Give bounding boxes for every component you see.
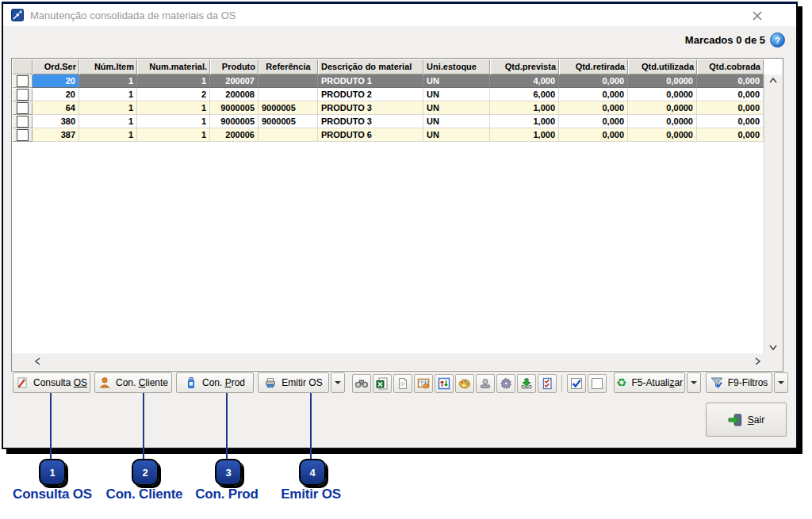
checkbox-icon[interactable]	[17, 89, 29, 101]
table-cell[interactable]: 200006	[210, 128, 259, 142]
table-cell[interactable]: UN	[423, 88, 490, 101]
table-row[interactable]: 641190000059000005PRODUTO 3UN1,0000,0000…	[12, 101, 764, 115]
table-cell[interactable]: PRODUTO 1	[318, 74, 423, 88]
grid-header-Num.material.[interactable]: Num.material.	[137, 59, 210, 74]
table-cell[interactable]: PRODUTO 2	[318, 88, 423, 101]
table-cell[interactable]: 20	[33, 88, 79, 101]
uncheck-all-icon[interactable]	[588, 374, 607, 393]
table-cell[interactable]: 6,000	[490, 88, 559, 101]
f5-dropdown[interactable]	[687, 372, 701, 393]
table-cell[interactable]: 0,000	[559, 115, 628, 128]
checkbox-icon[interactable]	[17, 129, 29, 141]
grid-header-Referência[interactable]: Referência	[259, 59, 318, 74]
table-cell[interactable]: 0,0000	[628, 74, 697, 88]
table-cell[interactable]: 1	[137, 101, 210, 115]
table-cell[interactable]: 1	[79, 74, 137, 88]
row-select-checkbox[interactable]	[12, 101, 33, 115]
table-cell[interactable]: 1	[137, 128, 210, 142]
row-select-checkbox[interactable]	[12, 115, 33, 128]
grid-header-Uni.estoque[interactable]: Uni.estoque	[423, 59, 490, 74]
table-cell[interactable]: 0,000	[559, 74, 628, 88]
import-icon[interactable]	[517, 374, 536, 393]
table-cell[interactable]: 9000005	[210, 101, 259, 115]
grid-header-Núm.Item[interactable]: Núm.Item	[79, 59, 137, 74]
table-cell[interactable]: 20	[33, 74, 79, 88]
grid-header-Qtd.utilizada[interactable]: Qtd.utilizada	[628, 59, 697, 74]
table-cell[interactable]: 1	[79, 101, 137, 115]
table-row[interactable]: 2011200007PRODUTO 1UN4,0000,0000,00000,0…	[12, 74, 764, 88]
table-cell[interactable]: 0,000	[559, 128, 628, 142]
table-cell[interactable]: 0,000	[559, 88, 628, 101]
horizontal-scrollbar[interactable]	[12, 353, 782, 370]
table-cell[interactable]: 2	[137, 88, 210, 101]
table-cell[interactable]: 0,0000	[628, 115, 697, 128]
table-row[interactable]: 3801190000059000005PRODUTO 3UN1,0000,000…	[12, 115, 764, 128]
table-cell[interactable]: 0,0000	[628, 128, 697, 142]
scroll-left-icon[interactable]	[34, 357, 41, 366]
table-cell[interactable]: 1,000	[490, 101, 559, 115]
table-cell[interactable]: 1,000	[490, 115, 559, 128]
table-cell[interactable]: 0,000	[697, 115, 764, 128]
sort-order-icon[interactable]	[435, 374, 454, 393]
palette-icon[interactable]	[455, 374, 474, 393]
table-cell[interactable]	[259, 128, 318, 142]
table-cell[interactable]: PRODUTO 3	[318, 115, 423, 128]
checkbox-icon[interactable]	[17, 102, 29, 114]
f9-filtros-button[interactable]: F9-Filtros	[706, 372, 772, 393]
grid-header-checkbox[interactable]	[12, 59, 33, 74]
emitir-os-dropdown[interactable]	[331, 372, 345, 393]
table-cell[interactable]: 200008	[210, 88, 259, 101]
new-document-icon[interactable]	[393, 374, 412, 393]
scroll-down-icon[interactable]	[768, 344, 778, 351]
table-cell[interactable]	[259, 88, 318, 101]
table-cell[interactable]: 1	[137, 74, 210, 88]
scroll-right-icon[interactable]	[754, 357, 761, 366]
table-cell[interactable]: 1	[79, 115, 137, 128]
checklist-icon[interactable]	[538, 374, 557, 393]
emitir-os-button[interactable]: Emitir OS	[258, 372, 329, 393]
table-cell[interactable]: 0,000	[697, 128, 764, 142]
table-cell[interactable]: 1	[79, 88, 137, 101]
help-icon[interactable]: ?	[770, 32, 785, 48]
binoculars-icon[interactable]	[352, 374, 371, 393]
con-cliente-button[interactable]: Con. Cliente	[94, 372, 172, 393]
table-cell[interactable]: UN	[423, 128, 490, 142]
table-cell[interactable]: 9000005	[259, 101, 318, 115]
table-cell[interactable]: 1	[79, 128, 137, 142]
f5-atualizar-button[interactable]: ♻ F5-Atualizar	[614, 372, 685, 393]
table-cell[interactable]: 1	[137, 115, 210, 128]
grid-header-Ord.Ser[interactable]: Ord.Ser	[33, 59, 79, 74]
table-row[interactable]: 38711200006PRODUTO 6UN1,0000,0000,00000,…	[12, 128, 764, 142]
grid-header-Qtd.prevista[interactable]: Qtd.prevista	[490, 59, 559, 74]
table-cell[interactable]: 9000005	[259, 115, 318, 128]
f9-dropdown[interactable]	[774, 372, 788, 393]
table-cell[interactable]: 4,000	[490, 74, 559, 88]
row-select-checkbox[interactable]	[12, 74, 33, 88]
consulta-os-button[interactable]: Consulta OS	[13, 372, 90, 393]
vertical-scrollbar[interactable]	[764, 74, 782, 353]
table-cell[interactable]: 64	[33, 101, 79, 115]
close-icon[interactable]	[752, 10, 763, 21]
checkbox-icon[interactable]	[17, 116, 29, 128]
table-cell[interactable]: UN	[423, 101, 490, 115]
scroll-up-icon[interactable]	[768, 77, 778, 84]
grid-export-icon[interactable]	[414, 374, 433, 393]
table-cell[interactable]: 1,000	[490, 128, 559, 142]
table-cell[interactable]: 0,0000	[628, 88, 697, 101]
table-cell[interactable]: 0,000	[697, 88, 764, 101]
check-all-icon[interactable]	[567, 374, 586, 393]
table-cell[interactable]: 0,000	[559, 101, 628, 115]
gear-icon[interactable]	[496, 374, 515, 393]
table-cell[interactable]: UN	[423, 115, 490, 128]
table-cell[interactable]: 0,000	[697, 74, 764, 88]
grid-header-Qtd.retirada[interactable]: Qtd.retirada	[559, 59, 628, 74]
table-row[interactable]: 2012200008PRODUTO 2UN6,0000,0000,00000,0…	[12, 88, 764, 101]
table-cell[interactable]: 200007	[210, 74, 259, 88]
table-cell[interactable]	[259, 74, 318, 88]
row-select-checkbox[interactable]	[12, 88, 33, 101]
table-cell[interactable]: UN	[423, 74, 490, 88]
excel-export-icon[interactable]	[373, 374, 392, 393]
table-cell[interactable]: 387	[33, 128, 79, 142]
row-select-checkbox[interactable]	[12, 128, 33, 142]
con-prod-button[interactable]: Con. Prod	[176, 372, 254, 393]
